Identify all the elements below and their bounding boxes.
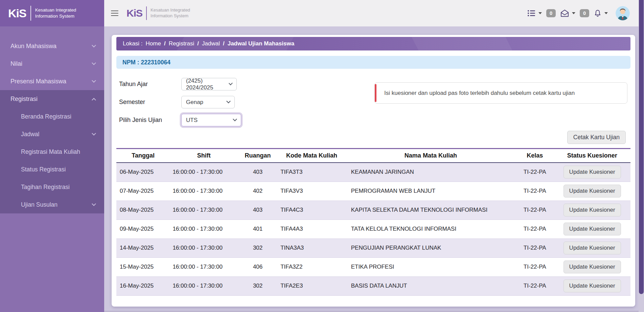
cell-nama: PENGUJIAN PERANGKAT LUNAK (346, 238, 516, 257)
breadcrumb-link-registrasi[interactable]: Registrasi (169, 40, 194, 47)
chevron-down-icon (229, 81, 233, 85)
sidebar-item-status-registrasi[interactable]: Status Registrasi (0, 161, 104, 178)
brand-name: Kesatuan Integrated Information System (151, 7, 190, 19)
cell-kode: TIFA2E3 (278, 276, 346, 295)
vertical-scrollbar-thumb[interactable] (639, 0, 644, 294)
update-kuesioner-button[interactable]: Update Kuesioner (564, 185, 621, 197)
sidebar-item-akun-mahasiswa[interactable]: Akun Mahasiswa (0, 37, 104, 55)
kis-logo: KiS (127, 7, 142, 19)
hamburger-menu-icon[interactable] (111, 11, 118, 16)
sidebar-brand[interactable]: KiS Kesatuan Integrated Information Syst… (0, 0, 104, 26)
cell-kode: TIFA3V3 (278, 182, 346, 201)
notifications-count-badge: 0 (580, 9, 589, 17)
tahun-ajar-label: Tahun Ajar (116, 81, 181, 88)
breadcrumb-separator: / (223, 40, 225, 47)
cell-kelas: TI-22-PA (516, 220, 554, 238)
cell-nama: KEAMANAN JARINGAN (346, 163, 516, 182)
sidebar-item-label: Status Registrasi (21, 166, 66, 173)
breadcrumb: Lokasi : Home / Registrasi / Jadwal / Ja… (116, 37, 630, 50)
update-kuesioner-button[interactable]: Update Kuesioner (564, 279, 621, 292)
jenis-ujian-label: Pilih Jenis Ujian (116, 117, 181, 124)
chevron-down-icon (92, 61, 96, 65)
table-row: 06-May-2025 16:00:00 - 17:30:00 403 TIFA… (116, 163, 630, 182)
caret-down-icon (572, 12, 575, 14)
sidebar-item-tagihan-registrasi[interactable]: Tagihan Registrasi (0, 178, 104, 196)
breadcrumb-link-jadwal[interactable]: Jadwal (202, 40, 220, 47)
cell-kode: TIFA3T3 (278, 163, 346, 182)
sidebar-item-label: Akun Mahasiswa (10, 43, 56, 50)
cell-ruangan: 406 (238, 257, 278, 276)
sidebar-item-beranda-registrasi[interactable]: Beranda Registrasi (0, 108, 104, 125)
cell-tanggal: 08-May-2025 (116, 201, 170, 220)
cell-kelas: TI-22-PA (516, 163, 554, 182)
task-list-menu[interactable] (526, 8, 543, 19)
jenis-ujian-selected-value: UTS (186, 117, 198, 124)
semester-label: Semester (116, 99, 181, 106)
navbar-brand[interactable]: KiS Kesatuan Integrated Information Syst… (127, 6, 190, 20)
chevron-down-icon (92, 78, 96, 83)
cetak-kartu-ujian-button[interactable]: Cetak Kartu Ujian (567, 131, 626, 144)
alert-accent-bar (375, 84, 376, 102)
cell-kelas: TI-22-PA (516, 182, 554, 201)
cell-ruangan: 402 (238, 182, 278, 201)
brand-divider (146, 6, 147, 20)
caret-down-icon (538, 12, 542, 14)
brand-divider (30, 6, 31, 21)
sidebar-item-label: Tagihan Registrasi (21, 184, 70, 191)
col-header-kode: Kode Mata Kuliah (278, 149, 346, 163)
cell-ruangan: 403 (238, 163, 278, 182)
main-content: Lokasi : Home / Registrasi / Jadwal / Ja… (104, 26, 639, 312)
breadcrumb-link-home[interactable]: Home (146, 40, 161, 47)
sidebar-item-nilai[interactable]: Nilai (0, 55, 104, 72)
messages-menu[interactable] (559, 8, 577, 19)
cell-kelas: TI-22-PA (516, 238, 554, 257)
update-kuesioner-button[interactable]: Update Kuesioner (564, 223, 621, 235)
sidebar-item-presensi-mahasiswa[interactable]: Presensi Mahasiswa (0, 72, 104, 90)
update-kuesioner-button[interactable]: Update Kuesioner (564, 242, 621, 254)
cell-tanggal: 14-May-2025 (116, 238, 170, 257)
info-alert: Isi kuesioner dan upload pas foto terleb… (374, 82, 627, 104)
sidebar-item-registrasi-mata-kuliah[interactable]: Registrasi Mata Kuliah (0, 143, 104, 161)
table-row: 15-May-2025 16:00:00 - 17:30:00 406 TIFA… (116, 257, 630, 276)
table-row: 08-May-2025 16:00:00 - 17:30:00 403 TIFA… (116, 201, 630, 220)
task-list-icon (527, 9, 536, 17)
cell-nama: BASIS DATA LANJUT (346, 276, 516, 295)
cell-kode: TIFA3Z2 (278, 257, 346, 276)
cell-shift: 16:00:00 - 17:30:00 (170, 257, 238, 276)
cell-tanggal: 15-May-2025 (116, 257, 170, 276)
caret-down-icon (604, 12, 608, 14)
sidebar-item-label: Jadwal (21, 131, 39, 138)
jenis-ujian-select[interactable]: UTS (181, 114, 241, 126)
user-avatar[interactable] (616, 6, 630, 20)
cell-nama: ETIKA PROFESI (346, 257, 516, 276)
cell-nama: KAPITA SELEKTA DALAM TEKNOLOGI INFORMASI (346, 201, 516, 220)
sidebar-item-registrasi[interactable]: Registrasi (0, 90, 104, 108)
exam-schedule-table: Tanggal Shift Ruangan Kode Mata Kuliah N… (116, 148, 630, 296)
update-kuesioner-button[interactable]: Update Kuesioner (564, 204, 621, 216)
cell-kode: TIFA4C3 (278, 201, 346, 220)
kis-logo: KiS (8, 7, 26, 20)
sidebar-item-label: Registrasi (10, 96, 38, 103)
tahun-ajar-select[interactable]: (2425) 2024/2025 (181, 78, 237, 90)
cell-ruangan: 302 (238, 276, 278, 295)
brand-name-line2: Information System (151, 13, 188, 18)
table-row: 09-May-2025 16:00:00 - 17:30:00 401 TIFA… (116, 220, 630, 238)
horizontal-scrollbar (104, 311, 639, 312)
cell-shift: 16:00:00 - 17:30:00 (170, 201, 238, 220)
cell-ruangan: 403 (238, 201, 278, 220)
sidebar-item-label: Presensi Mahasiswa (10, 78, 66, 85)
cell-shift: 16:00:00 - 17:30:00 (170, 182, 238, 201)
col-header-ruangan: Ruangan (238, 149, 278, 163)
update-kuesioner-button[interactable]: Update Kuesioner (564, 261, 621, 273)
notifications-menu[interactable] (592, 8, 609, 19)
cell-nama: PEMROGRAMAN WEB LANJUT (346, 182, 516, 201)
sidebar-item-jadwal[interactable]: Jadwal (0, 125, 104, 143)
semester-select[interactable]: Genap (181, 96, 235, 108)
chevron-down-icon (92, 43, 96, 47)
sidebar-item-ujian-susulan[interactable]: Ujian Susulan (0, 196, 104, 213)
tahun-ajar-selected-value: (2425) 2024/2025 (186, 78, 225, 91)
update-kuesioner-button[interactable]: Update Kuesioner (564, 166, 621, 179)
cell-shift: 16:00:00 - 17:30:00 (170, 220, 238, 238)
sidebar: KiS Kesatuan Integrated Information Syst… (0, 0, 104, 312)
sidebar-submenu-registrasi: Beranda Registrasi Jadwal Registrasi Mat… (0, 108, 104, 213)
